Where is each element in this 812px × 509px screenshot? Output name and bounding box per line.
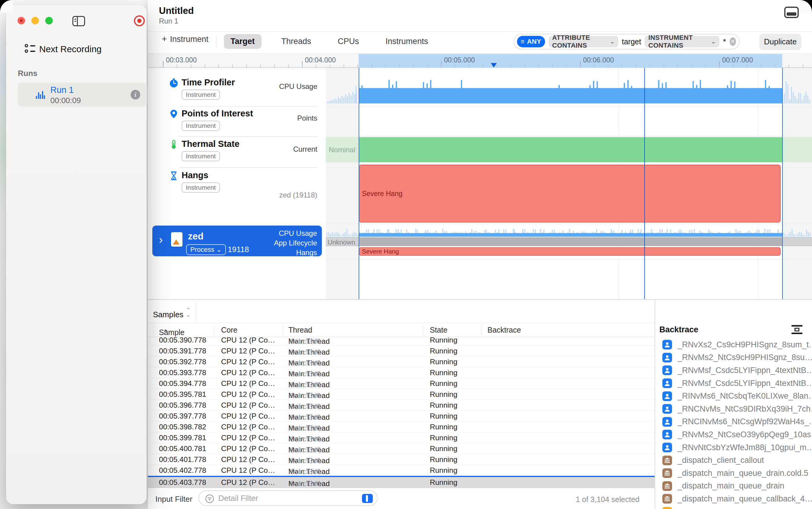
backtrace-frame-list: _RNvXs2_Cs9cH9PHISgnz_8sum_t… _RNvMs2_Nt… — [655, 338, 812, 509]
instrument-row-points-of-interest[interactable]: Points of Interest Instrument Points — [148, 106, 326, 137]
instrument-row-hangs[interactable]: Hangs Instrument zed (19118) — [148, 167, 326, 224]
sidebar-toggle-icon[interactable] — [72, 16, 85, 26]
filter-attribute-pill[interactable]: ATTRIBUTE CONTAINS ⌄ — [549, 36, 618, 47]
playhead-marker[interactable] — [491, 63, 497, 68]
next-recording-label[interactable]: Next Recording — [39, 44, 102, 54]
table-row[interactable]: 00:05.396.778CPU 12 (P Co… Main Thread0x… — [148, 400, 654, 411]
table-row[interactable]: 00:05.399.781CPU 12 (P Co… Main Thread0x… — [148, 432, 654, 443]
column-header-state[interactable]: State — [430, 326, 447, 334]
selection-start-line[interactable] — [359, 68, 359, 299]
table-row[interactable]: 00:05.395.781CPU 12 (P Co… Main Thread0x… — [148, 389, 654, 400]
clear-filter-icon[interactable]: ✕ — [730, 37, 736, 46]
backtrace-frame[interactable]: _RNCNvMs_NtCs9DIRbXq39iH_7ch… — [655, 403, 812, 415]
filter-wildcard-text[interactable]: * — [723, 37, 726, 46]
backtrace-frame[interactable]: _RNCINvMs6_NtCsgWpf92WaH4s_… — [655, 415, 812, 429]
detail-filter-field[interactable] — [199, 490, 378, 506]
selection-status: 1 of 3,104 selected — [576, 495, 639, 504]
duplicate-button[interactable]: Duplicate — [759, 34, 801, 49]
table-row[interactable]: 00:05.392.778CPU 12 (P Co… Main Thread0x… — [148, 357, 654, 367]
backtrace-frame[interactable]: _RINvMs6_NtCsbqTeK0LIXwe_8lan… — [655, 389, 812, 403]
run-duration: 00:00:09 — [50, 96, 81, 105]
tab-threads[interactable]: Threads — [275, 34, 318, 49]
filter-scope-icon[interactable] — [362, 494, 373, 503]
info-icon[interactable]: i — [131, 90, 140, 100]
filter-any-pill[interactable]: ≡ ANY — [517, 36, 545, 47]
table-row[interactable]: 00:05.402.778CPU 12 (P Co… Main Thread0x… — [148, 465, 654, 476]
user-frame-icon — [663, 443, 672, 452]
instrument-row-thermal-state[interactable]: Thermal State Instrument Current — [148, 137, 326, 167]
user-frame-icon — [663, 378, 672, 388]
filter-instrument-pill[interactable]: INSTRUMENT CONTAINS ⌄ — [645, 36, 719, 47]
backtrace-frame[interactable]: _RNvMsf_Csdc5LYIFippn_4textNtB… — [655, 364, 812, 377]
filter-target-text[interactable]: target — [622, 37, 641, 46]
severe-hang-interval[interactable]: Severe Hang — [359, 165, 781, 223]
table-row[interactable]: 00:05.400.781CPU 12 (P Co… Main Thread0x… — [148, 443, 654, 454]
backtrace-frame[interactable]: _RNvMsf_Csdc5LYIFippn_4textNtB… — [655, 377, 812, 390]
column-header-backtrace[interactable]: Backtrace — [487, 326, 521, 334]
backtrace-frame[interactable]: _RNvMs2_NtCseO39y6pQeg9_10as… — [655, 428, 812, 441]
instrument-row-time-profiler[interactable]: Time Profiler Instrument CPU Usage — [148, 68, 326, 106]
track-filter-bar[interactable]: ≡ ANY ATTRIBUTE CONTAINS ⌄ target INSTRU… — [513, 34, 740, 49]
column-header-core[interactable]: Core — [221, 326, 237, 334]
backtrace-frame[interactable] — [655, 505, 812, 509]
input-filter-label: Input Filter — [155, 495, 193, 504]
backtrace-frame[interactable]: _RNvXs2_Cs9cH9PHISgnz_8sum_t… — [655, 338, 812, 351]
column-header-thread[interactable]: Thread — [289, 326, 312, 334]
framework-frame-icon — [663, 507, 672, 509]
playhead-line[interactable] — [644, 68, 645, 299]
backtrace-frame[interactable]: _dispatch_main_queue_drain.cold.5 — [655, 467, 812, 480]
table-row[interactable]: 00:05.391.778CPU 12 (P Co… Main Thread0x… — [148, 346, 654, 357]
backtrace-frame[interactable]: _dispatch_main_queue_callback_4… — [655, 493, 812, 505]
process-row-zed[interactable]: › zed Process ⌄ 19118 CPU Usage App Life… — [152, 226, 322, 256]
thermal-state-icon — [169, 140, 178, 149]
user-frame-icon — [663, 366, 672, 375]
ruler-tick-label: 00:03.000 — [166, 56, 197, 64]
ruler-tick-label: 00:04.000 — [305, 56, 336, 64]
timeline-tracks[interactable]: Nominal Severe Hang Unknown Severe Hang — [326, 68, 812, 299]
backtrace-frame[interactable]: _dispatch_client_callout — [655, 454, 812, 467]
document-title: Untitled — [159, 5, 194, 16]
backtrace-frame[interactable]: _RNvNtCsbYzWfeJm88j_10gpui_m… — [655, 441, 812, 454]
samples-table-header: Sample Time⌃ Core Thread State Backtrace — [148, 323, 654, 337]
minimize-button[interactable] — [31, 17, 39, 25]
compress-backtrace-icon[interactable] — [791, 325, 802, 334]
timeline-ruler[interactable]: 00:03.000 00:04.000 00:05.000 00:06.000 … — [148, 54, 812, 68]
process-pid: 19118 — [228, 245, 249, 254]
backtrace-frame[interactable]: _RNvMs2_NtCs9cH9PHISgnz_8su… — [655, 351, 812, 364]
user-frame-icon — [663, 392, 672, 401]
table-row[interactable]: 00:05.390.778CPU 12 (P Co… Main Thread0x… — [148, 337, 654, 346]
table-row[interactable]: 00:05.401.778CPU 12 (P Co… Main Thread0x… — [148, 454, 654, 465]
toggle-detail-pane-icon[interactable] — [784, 7, 799, 18]
instruments-window: Untitled Run 1 +Instrument Target Thread… — [148, 0, 812, 509]
zed-app-icon — [171, 232, 182, 247]
record-button[interactable] — [134, 15, 145, 26]
tab-instruments[interactable]: Instruments — [379, 34, 435, 49]
track-display-segmented-control: Target Threads CPUs Instruments — [224, 33, 435, 50]
detail-view-selector[interactable]: Samples⌃⌄ — [153, 307, 190, 319]
table-row[interactable]: 00:05.394.778CPU 12 (P Co… Main Thread0x… — [148, 378, 654, 389]
detail-filter-bar: Input Filter 1 of 3,104 selected — [148, 488, 654, 509]
disclosure-chevron-icon[interactable]: › — [159, 234, 163, 245]
backtrace-frame[interactable]: _dispatch_main_queue_drain — [655, 480, 812, 493]
tab-target[interactable]: Target — [224, 34, 262, 49]
instrument-badge: Instrument — [181, 121, 220, 131]
lifecycle-state-label: Unknown — [328, 239, 355, 246]
chevron-down-icon: ⌄ — [610, 38, 614, 45]
table-row-selected[interactable]: 00:05.403.778CPU 12 (P Co… Main Thread0x… — [148, 476, 654, 488]
run-list-item[interactable]: Run 1 00:00:09 i — [18, 82, 147, 107]
zoom-button[interactable] — [45, 17, 53, 25]
severe-hang-interval-small[interactable]: Severe Hang — [359, 247, 781, 256]
ruler-tick-label: 00:07.000 — [722, 56, 753, 64]
selection-end-line[interactable] — [782, 68, 783, 299]
detail-filter-input[interactable] — [218, 492, 339, 504]
tab-cpus[interactable]: CPUs — [331, 34, 366, 49]
close-button[interactable] — [18, 17, 25, 25]
table-row[interactable]: 00:05.397.778CPU 12 (P Co… Main Thread0x… — [148, 411, 654, 421]
screen-corner — [799, 0, 812, 13]
thermal-band — [359, 137, 782, 162]
add-instrument-button[interactable]: +Instrument — [162, 34, 208, 44]
table-row[interactable]: 00:05.398.782CPU 12 (P Co… Main Thread0x… — [148, 421, 654, 432]
process-type-dropdown[interactable]: Process ⌄ — [186, 244, 226, 255]
app-lifecycle-band: Unknown — [326, 237, 812, 246]
table-row[interactable]: 00:05.393.778CPU 12 (P Co… Main Thread0x… — [148, 367, 654, 378]
